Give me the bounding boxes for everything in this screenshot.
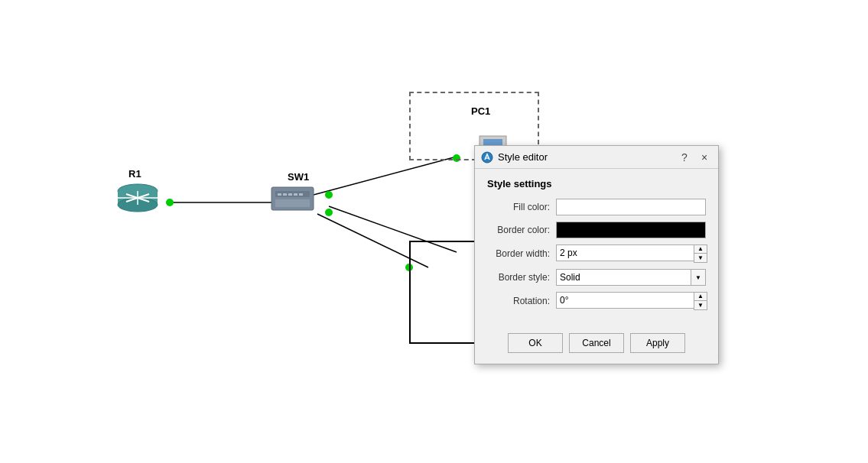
border-style-select[interactable]: Solid Dashed Dotted <box>556 269 691 286</box>
rotation-control: ▲ ▼ <box>556 292 707 310</box>
ok-button[interactable]: OK <box>508 333 563 353</box>
rotation-row: Rotation: ▲ ▼ <box>487 292 706 310</box>
border-color-control <box>556 222 706 238</box>
fill-color-label: Fill color: <box>487 202 556 212</box>
border-color-label: Border color: <box>487 225 556 235</box>
svg-rect-20 <box>283 193 287 196</box>
border-width-spinner-buttons: ▲ ▼ <box>694 244 707 263</box>
style-editor-dialog: Style editor ? × Style settings Fill col… <box>474 145 719 364</box>
svg-point-4 <box>166 199 174 206</box>
dialog-title: Style editor <box>498 151 677 163</box>
close-button[interactable]: × <box>697 150 712 165</box>
border-color-swatch[interactable] <box>556 222 706 238</box>
border-style-select-wrap: Solid Dashed Dotted ▼ <box>556 269 706 286</box>
cancel-button[interactable]: Cancel <box>569 333 624 353</box>
svg-line-1 <box>314 157 457 195</box>
fill-color-swatch[interactable] <box>556 199 706 215</box>
border-width-control: ▲ ▼ <box>556 244 707 263</box>
dialog-titlebar: Style editor ? × <box>475 146 718 169</box>
rotation-label: Rotation: <box>487 296 556 306</box>
svg-rect-24 <box>275 199 310 207</box>
border-width-row: Border width: ▲ ▼ <box>487 244 706 263</box>
apply-button[interactable]: Apply <box>630 333 685 353</box>
border-width-label: Border width: <box>487 248 556 259</box>
border-width-down-button[interactable]: ▼ <box>694 254 707 262</box>
svg-rect-19 <box>278 193 281 196</box>
rotation-spinner: ▲ ▼ <box>556 292 707 310</box>
rotation-spinner-buttons: ▲ ▼ <box>694 292 707 310</box>
border-style-row: Border style: Solid Dashed Dotted ▼ <box>487 269 706 286</box>
border-style-label: Border style: <box>487 272 556 283</box>
border-style-control: Solid Dashed Dotted ▼ <box>556 269 706 286</box>
border-width-spinner: ▲ ▼ <box>556 244 707 263</box>
svg-rect-22 <box>294 193 297 196</box>
border-width-input[interactable] <box>556 244 694 261</box>
svg-rect-21 <box>288 193 292 196</box>
border-style-arrow: ▼ <box>691 269 706 286</box>
section-title: Style settings <box>487 178 706 189</box>
svg-rect-23 <box>299 193 303 196</box>
paint-icon <box>481 151 493 164</box>
svg-point-7 <box>325 209 333 216</box>
fill-color-row: Fill color: <box>487 199 706 215</box>
border-width-up-button[interactable]: ▲ <box>694 245 707 254</box>
titlebar-buttons: ? × <box>677 150 712 165</box>
dialog-body: Style settings Fill color: Border color:… <box>475 169 718 325</box>
border-color-row: Border color: <box>487 222 706 238</box>
fill-color-control <box>556 199 706 215</box>
r1-label: R1 <box>128 168 141 180</box>
rotation-up-button[interactable]: ▲ <box>694 293 707 301</box>
svg-point-6 <box>325 191 333 199</box>
help-button[interactable]: ? <box>677 150 692 165</box>
rotation-down-button[interactable]: ▼ <box>694 301 707 309</box>
rotation-input[interactable] <box>556 292 694 309</box>
sw1-label: SW1 <box>288 171 309 183</box>
dialog-footer: OK Cancel Apply <box>475 325 718 364</box>
